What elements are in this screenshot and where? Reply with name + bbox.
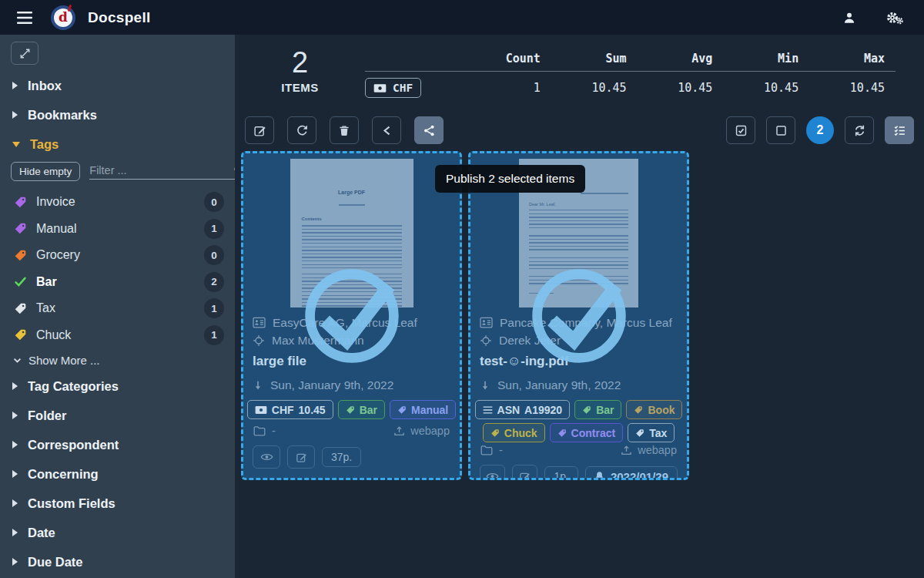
chevron-down-icon — [12, 355, 22, 365]
tag-item-bar-selected[interactable]: Bar 2 — [0, 269, 235, 296]
stat-max-value: 10.45 — [809, 81, 896, 95]
merge-button[interactable] — [372, 116, 401, 144]
eye-icon — [486, 471, 499, 480]
menu-icon[interactable] — [14, 8, 35, 27]
money-icon — [373, 83, 387, 93]
tag-icon — [14, 302, 27, 315]
toolbar-left-group — [245, 116, 444, 144]
item-date-row: Sun, January 9th, 2022 — [253, 376, 450, 394]
stat-min-value: 10.45 — [723, 81, 809, 95]
delete-button[interactable] — [330, 116, 359, 144]
stat-count-value: 1 — [465, 81, 551, 95]
col-header-sum: Sum — [551, 52, 638, 66]
app-title: Docspell — [88, 9, 151, 26]
reprocess-button[interactable] — [287, 116, 316, 144]
caret-right-icon — [12, 470, 18, 478]
item-card-large-file[interactable]: Large PDF Contents EasyCare AG, Marcus L… — [241, 151, 462, 480]
folder-icon — [253, 425, 266, 436]
tag-icon — [635, 428, 644, 438]
tag-icon — [14, 222, 27, 235]
folder-source-row: - webapp — [253, 423, 450, 439]
sidebar-item-due-date[interactable]: Due Date — [0, 547, 235, 576]
item-title: large file — [253, 354, 450, 372]
tasks-list-icon — [893, 124, 906, 137]
folder-source-row: - webapp — [480, 442, 678, 458]
asn-badge: ASN A19920 — [475, 400, 571, 419]
edit-icon — [519, 471, 531, 481]
settings-gears-icon[interactable] — [879, 7, 910, 29]
item-cards: Large PDF Contents EasyCare AG, Marcus L… — [235, 151, 924, 480]
card-footer: 1p. 2022/01/29 — [480, 465, 678, 480]
tag-controls: Hide empty — [0, 159, 235, 189]
tag-count-badge: 0 — [204, 192, 224, 212]
trash-icon — [338, 124, 350, 137]
list-view-button[interactable] — [885, 116, 914, 144]
due-date-badge: 2022/01/29 — [585, 466, 678, 481]
edit-icon — [296, 452, 307, 463]
eye-icon — [260, 452, 273, 462]
tag-icon — [634, 405, 643, 415]
source-value: webapp — [638, 444, 677, 456]
arrow-down-icon — [253, 379, 263, 391]
tag-item-tax[interactable]: Tax 1 — [0, 295, 235, 322]
tag-count-badge: 1 — [204, 219, 224, 239]
edit-item-button[interactable] — [287, 445, 315, 469]
stat-sum-value: 10.45 — [551, 81, 638, 95]
tag-item-invoice[interactable]: Invoice 0 — [0, 189, 235, 216]
sidebar: Inbox Bookmarks Tags Hide empty Invoice … — [0, 35, 235, 578]
preview-button[interactable] — [253, 445, 280, 469]
page-count-badge: 1p. — [544, 466, 578, 480]
upload-icon — [393, 425, 405, 437]
sidebar-item-tags[interactable]: Tags — [0, 129, 235, 159]
refresh-button[interactable] — [845, 116, 874, 144]
caret-down-icon — [12, 142, 20, 147]
tag-item-chuck[interactable]: Chuck 1 — [0, 322, 235, 349]
publish-button[interactable] — [414, 116, 444, 144]
crosshairs-icon — [253, 334, 265, 347]
card-footer: 37p. — [253, 445, 450, 469]
tag-badge-book: Book — [626, 400, 682, 419]
tag-badge-chuck: Chuck — [483, 423, 545, 442]
square-icon — [775, 124, 788, 137]
sidebar-item-correspondent[interactable]: Correspondent — [0, 430, 235, 459]
correspondent-row: EasyCare AG, Marcus Leaf — [253, 314, 450, 331]
stats-summary: 2 ITEMS Count Sum Avg Min Max CHF — [235, 35, 924, 114]
tag-badge-bar: Bar — [574, 400, 621, 419]
tag-icon — [14, 249, 27, 262]
crosshairs-icon — [480, 334, 492, 347]
sidebar-item-date[interactable]: Date — [0, 518, 235, 547]
tag-badge-manual: Manual — [390, 400, 456, 419]
col-header-count: Count — [465, 52, 551, 66]
source-value: webapp — [410, 425, 450, 437]
sidebar-item-tag-categories[interactable]: Tag Categories — [0, 371, 235, 401]
bars-icon — [483, 405, 493, 415]
hide-empty-button[interactable]: Hide empty — [11, 162, 80, 181]
tag-count-badge: 0 — [204, 245, 224, 265]
sync-icon — [853, 124, 866, 137]
sidebar-item-bookmarks[interactable]: Bookmarks — [0, 100, 235, 129]
edit-selected-button[interactable] — [245, 116, 274, 144]
sidebar-item-folder[interactable]: Folder — [0, 401, 235, 430]
preview-button[interactable] — [480, 465, 505, 480]
col-header-max: Max — [809, 52, 896, 66]
item-card-test-ing-pdf[interactable]: Dear Mr. Leaf, Pancake Company, Marcus L… — [468, 151, 689, 480]
sidebar-item-concerning[interactable]: Concerning — [0, 459, 235, 489]
tag-count-badge: 2 — [204, 272, 224, 292]
sidebar-item-custom-fields[interactable]: Custom Fields — [0, 489, 235, 518]
tag-filter-input[interactable] — [89, 164, 233, 176]
redo-icon — [296, 124, 309, 137]
user-icon[interactable] — [836, 8, 862, 28]
show-more-tags[interactable]: Show More ... — [0, 348, 235, 371]
top-navbar: d Docspell — [0, 0, 924, 35]
item-count: 2 — [235, 47, 365, 79]
select-all-button[interactable] — [726, 116, 755, 144]
tag-icon — [397, 405, 407, 415]
sidebar-item-inbox[interactable]: Inbox — [0, 71, 235, 100]
deselect-all-button[interactable] — [766, 116, 795, 144]
edit-item-button[interactable] — [512, 465, 537, 480]
tag-item-grocery[interactable]: Grocery 0 — [0, 242, 235, 269]
caret-right-icon — [12, 412, 18, 419]
arrow-down-icon — [480, 379, 490, 391]
tag-item-manual[interactable]: Manual 1 — [0, 216, 235, 243]
sidebar-expand-button[interactable] — [11, 42, 38, 65]
